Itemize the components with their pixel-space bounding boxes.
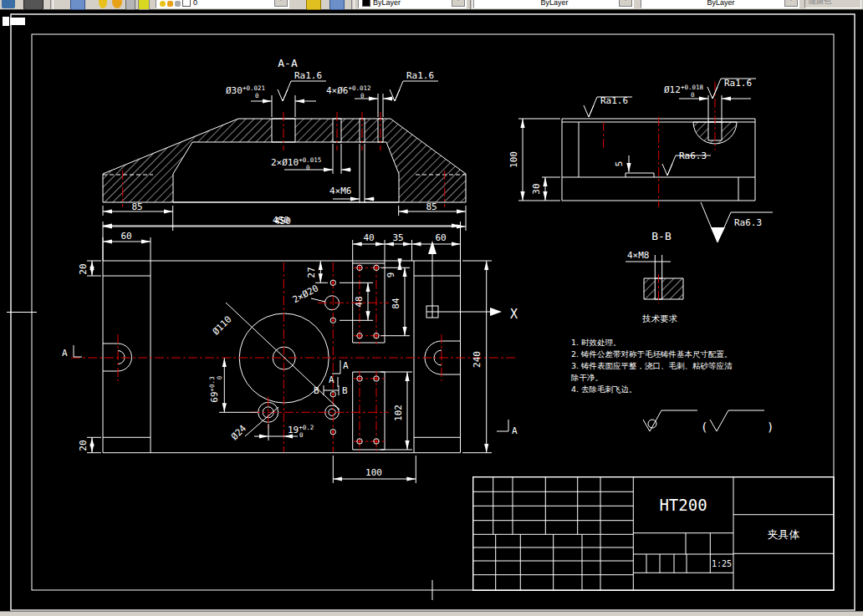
dim-69: 69+0.30 (208, 375, 223, 402)
section-aa-view: Ø30+0.0210 4×Ø6+0.0120 2×Ø10+0.0150 4×M6… (103, 57, 466, 231)
dim-240: 240 (472, 351, 483, 368)
dim-60-right: 60 (435, 232, 446, 243)
dim-20-bottom: 20 (78, 440, 89, 451)
dim-m6: 4×M6 (329, 186, 352, 196)
title-block: HT200 夹具体 1:25 (473, 477, 834, 591)
color-swatch (362, 0, 370, 7)
bulb-icon[interactable] (99, 0, 107, 8)
svg-text:(: ( (701, 420, 707, 434)
dim-100: 100 (365, 467, 382, 478)
axis-indicator: X (426, 241, 518, 322)
plot-style-control[interactable]: 随颜色 (804, 0, 861, 8)
dim-35: 35 (392, 232, 403, 243)
ra-symbol-label: Ra1.6 (600, 95, 628, 106)
ra-symbol-label: Ra1.6 (294, 70, 322, 81)
svg-text:B: B (342, 385, 348, 396)
dim-4xm8: 4×M8 (627, 250, 650, 261)
color-value: ByLayer (373, 0, 401, 7)
dim-d30: Ø30+0.0210 (226, 84, 265, 99)
dim-60-left: 60 (120, 231, 131, 242)
material-label: HT200 (659, 496, 707, 514)
thread-detail-view: 4×M8 (626, 250, 683, 303)
axis-x-label: X (510, 307, 518, 322)
scale-label: 1:25 (712, 559, 732, 568)
dim-d110: Ø110 (211, 314, 234, 338)
svg-text:B: B (314, 385, 319, 396)
section-marks: A A A B B A (62, 345, 518, 436)
svg-text:A: A (62, 348, 68, 359)
crosshair-cursor (3, 17, 25, 26)
note-line: 除干净。 (571, 373, 603, 382)
dim-2xd20: 2×Ø20 (291, 283, 320, 305)
ra-symbol-label: Ra1.6 (406, 70, 434, 81)
dim-100: 100 (508, 151, 519, 168)
toolbar-icon[interactable] (2, 0, 15, 8)
note-line: 2. 铸件公差带对称于毛坯铸件基本尺寸配置。 (571, 349, 733, 359)
dim-d6: 4×Ø6+0.0120 (326, 84, 371, 99)
dim-d10: 2×Ø10+0.0150 (271, 156, 321, 171)
notes-title: 技术要求 (642, 313, 678, 323)
sun-icon[interactable] (112, 0, 122, 8)
dim-20-top: 20 (78, 263, 89, 274)
hole-pattern (330, 265, 379, 444)
svg-text:A: A (329, 374, 334, 385)
dim-102: 102 (393, 405, 404, 421)
dim-9: 9 (386, 272, 396, 278)
note-line: 4. 去除毛刺飞边。 (571, 384, 637, 394)
chevron-down-icon[interactable]: ▼ (274, 0, 288, 7)
dim-84: 84 (391, 298, 401, 309)
linetype-value: ByLayer (540, 0, 568, 7)
svg-text:A: A (343, 360, 349, 371)
part-name-label: 夹具体 (768, 528, 800, 541)
section-aa-title: A-A (278, 57, 298, 69)
chevron-down-icon[interactable]: ▼ (452, 0, 465, 7)
dim-d24: Ø24 (229, 423, 249, 443)
dim-5: 5 (614, 161, 625, 167)
section-bb-view: Ø12+0.0180 100 30 5 Ra1.6 Ra1.6 Ra6.3 Ra… (508, 78, 773, 242)
roughness-legend: ( ) (643, 410, 774, 434)
plot-style-value: 随颜色 (809, 0, 831, 7)
ra-symbol-label: Ra1.6 (724, 78, 752, 89)
dim-450: 450 (273, 215, 289, 226)
layer-color-swatch (182, 0, 191, 7)
lineweight-value: ByLayer (707, 0, 734, 7)
layer-control[interactable]: 0 ▼ (156, 0, 289, 8)
note-line: 3. 铸件表面应平整，浇口、毛刺、粘砂等应清 (571, 361, 733, 370)
bulb-icon (160, 1, 166, 7)
dim-85-left: 85 (131, 201, 142, 212)
svg-text:): ) (767, 420, 774, 434)
lineweight-control[interactable]: ByLayer ▼ (641, 0, 799, 8)
sun-icon (167, 1, 173, 7)
technical-notes: 技术要求 1. 时效处理。 2. 铸件公差带对称于毛坯铸件基本尺寸配置。 3. … (571, 313, 774, 434)
status-strip (0, 611, 863, 616)
dim-48: 48 (354, 296, 365, 307)
svg-text:A: A (512, 425, 518, 436)
color-control[interactable]: ByLayer ▼ (358, 0, 467, 8)
cad-application-window: 0 ▼ ByLayer ▼ ByLayer ▼ ByLayer ▼ 随颜色 (0, 0, 863, 616)
chevron-down-icon[interactable]: ▼ (619, 0, 632, 7)
chevron-down-icon[interactable]: ▼ (784, 0, 798, 7)
note-line: 1. 时效处理。 (571, 338, 621, 347)
lock-icon (175, 1, 181, 7)
dim-27: 27 (306, 267, 317, 277)
linetype-control[interactable]: ByLayer ▼ (473, 0, 634, 8)
drawing-canvas[interactable]: Ø30+0.0210 4×Ø6+0.0120 2×Ø10+0.0150 4×M6… (0, 9, 863, 611)
dim-d12: Ø12+0.0180 (664, 84, 703, 99)
dim-30: 30 (531, 183, 542, 194)
dim-40: 40 (363, 232, 374, 243)
section-bb-title: B-B (651, 230, 672, 242)
ra-symbol-label: Ra6.3 (679, 150, 707, 161)
plan-view: Ø110 2×Ø20 Ø24 450 60 40 35 60 20 20 (62, 215, 518, 483)
dim-85-right: 85 (426, 201, 437, 212)
ra-symbol-label: Ra6.3 (734, 217, 762, 228)
layer-value: 0 (193, 0, 197, 7)
